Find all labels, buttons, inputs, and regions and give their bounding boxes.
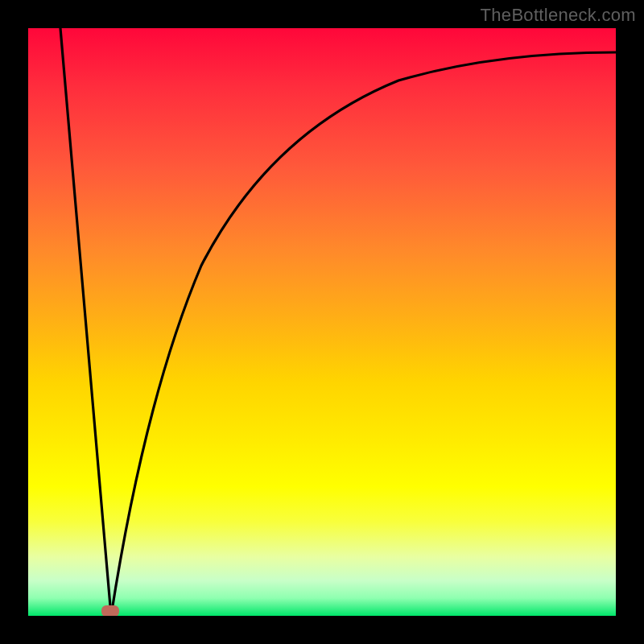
watermark-text: TheBottleneck.com [481,5,636,26]
curve-layer [28,28,616,616]
valley-marker [101,605,119,616]
curve-left-branch [60,28,111,616]
chart-frame: TheBottleneck.com [0,0,644,644]
plot-area [28,28,616,616]
curve-right-branch [111,52,616,616]
